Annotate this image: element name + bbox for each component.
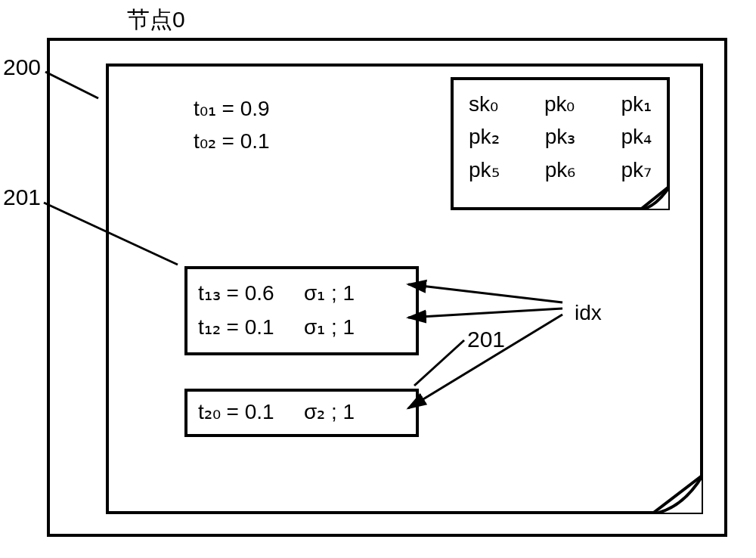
t01: t₀₁ = 0.9 — [194, 92, 270, 125]
keys-row-1: sk₀ pk₀ pk₁ — [469, 88, 652, 120]
t13: t₁₃ = 0.6 — [198, 277, 304, 311]
keys-box: sk₀ pk₀ pk₁ pk₂ pk₃ pk₄ pk₅ pk₆ pk₇ — [451, 77, 670, 210]
outer-box: t₀₁ = 0.9 t₀₂ = 0.1 sk₀ pk₀ pk₁ pk₂ pk₃ … — [47, 38, 727, 537]
pk5: pk₅ — [469, 153, 500, 186]
sigma1-a: σ₁ ; 1 — [304, 277, 355, 311]
trust-values: t₀₁ = 0.9 t₀₂ = 0.1 — [194, 92, 270, 158]
t12: t₁₂ = 0.1 — [198, 311, 304, 345]
sigma2: σ₂ ; 1 — [304, 399, 355, 424]
callout-200: 200 — [3, 54, 41, 80]
pk0: pk₀ — [544, 88, 575, 120]
pk4: pk₄ — [621, 120, 652, 153]
msg-box-2-row-1: t₂₀ = 0.1 σ₂ ; 1 — [198, 399, 405, 424]
sigma1-b: σ₁ ; 1 — [304, 311, 355, 345]
pk2: pk₂ — [469, 120, 500, 153]
pk7: pk₇ — [621, 153, 652, 186]
pk6: pk₆ — [545, 153, 576, 186]
inner-fold-icon — [652, 475, 703, 514]
t20: t₂₀ = 0.1 — [198, 399, 304, 424]
inner-sheet: t₀₁ = 0.9 t₀₂ = 0.1 sk₀ pk₀ pk₁ pk₂ pk₃ … — [106, 64, 703, 514]
pk3: pk₃ — [545, 120, 576, 153]
msg-box-2: t₂₀ = 0.1 σ₂ ; 1 — [184, 389, 419, 437]
pk1: pk₁ — [621, 88, 652, 120]
t02: t₀₂ = 0.1 — [194, 125, 270, 157]
sk0: sk₀ — [469, 88, 498, 120]
msg-box-1: t₁₃ = 0.6 σ₁ ; 1 t₁₂ = 0.1 σ₁ ; 1 — [184, 266, 419, 355]
callout-201a: 201 — [3, 184, 41, 210]
keys-row-2: pk₂ pk₃ pk₄ — [469, 120, 652, 153]
keys-row-3: pk₅ pk₆ pk₇ — [469, 153, 652, 186]
idx-label: idx — [575, 301, 602, 325]
callout-201b: 201 — [467, 327, 505, 352]
msg-box-1-row-2: t₁₂ = 0.1 σ₁ ; 1 — [198, 311, 405, 345]
diagram-title: 节点0 — [127, 5, 185, 36]
msg-box-1-row-1: t₁₃ = 0.6 σ₁ ; 1 — [198, 277, 405, 311]
keys-fold-icon — [640, 186, 670, 210]
